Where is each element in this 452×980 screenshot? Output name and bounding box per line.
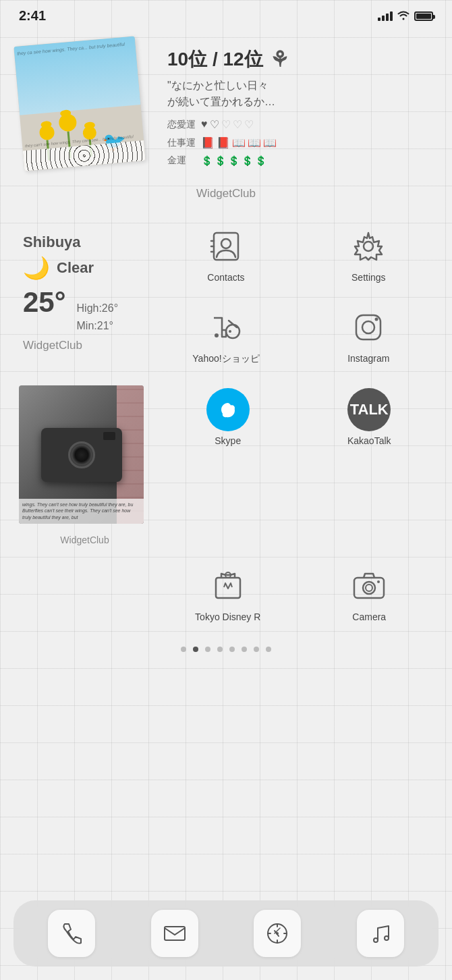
svg-point-11 <box>375 318 378 321</box>
page-dot-1[interactable] <box>181 647 186 652</box>
camera-app[interactable]: Camera <box>299 551 441 630</box>
kakao-text-icon: TALK <box>350 401 389 418</box>
photo-bg: wings. They can't see how truly beautifu… <box>19 385 144 524</box>
weather-condition: Clear <box>57 259 94 277</box>
camera-viewfinder <box>103 432 115 440</box>
skype-icon <box>206 388 250 431</box>
compass-dock-item[interactable] <box>254 910 301 957</box>
svg-rect-14 <box>354 578 384 598</box>
page-dots <box>12 630 440 664</box>
bottom-grid: wings. They can't see how truly beautifu… <box>12 375 440 630</box>
wifi-icon <box>397 9 410 23</box>
svg-point-10 <box>362 321 374 333</box>
mail-icon <box>163 921 187 946</box>
photo-widgetclub-label: WidgetClub <box>60 535 109 545</box>
compass-icon <box>265 921 289 946</box>
signal-bars-icon <box>378 11 393 21</box>
instagram-app[interactable]: Instagram <box>298 292 440 375</box>
svg-point-5 <box>364 242 373 251</box>
kakao-icon: TALK <box>347 388 391 431</box>
weather-widgetclub-label: WidgetClub <box>23 339 144 352</box>
camera-icon <box>347 564 391 607</box>
horoscope-widget[interactable]: they ca see how wings. They ca... but tr… <box>12 29 440 184</box>
tokyo-disney-app[interactable]: Tokyo Disney R <box>157 551 299 630</box>
svg-point-8 <box>229 330 231 333</box>
mail-dock-item[interactable] <box>151 910 198 957</box>
mid-grid: Contacts Settings Shibuya 🌙 Clear 25° <box>12 211 440 375</box>
svg-point-16 <box>366 584 372 591</box>
horoscope-info: 10位 / 12位 ⚘ "なにかと忙しい日々が続いて置かれるか… 恋愛運 ♥ ♡… <box>167 41 433 172</box>
love-fortune-row: 恋愛運 ♥ ♡ ♡ ♡ ♡ <box>167 118 433 131</box>
phone-dock-item[interactable] <box>48 910 95 957</box>
music-dock-item[interactable] <box>357 910 404 957</box>
weather-condition-row: 🌙 Clear <box>23 255 144 281</box>
svg-point-7 <box>215 333 219 337</box>
disney-label: Tokyo Disney R <box>195 611 260 622</box>
instagram-icon <box>348 307 389 348</box>
settings-app[interactable]: Settings <box>298 211 440 292</box>
camera-label: Camera <box>352 611 386 622</box>
collage-background: they ca see how wings. They ca... but tr… <box>13 36 145 171</box>
yahoo-app[interactable]: Yahoo!ショッピ <box>154 292 297 375</box>
dock <box>13 900 439 967</box>
settings-label: Settings <box>351 272 386 283</box>
love-icons: ♥ ♡ ♡ ♡ ♡ <box>201 118 254 131</box>
aries-symbol: ⚘ <box>270 47 289 72</box>
music-icon <box>368 921 393 946</box>
svg-point-22 <box>385 936 389 940</box>
skype-label: Skype <box>215 435 241 446</box>
kakao-app[interactable]: TALK KakaoTalk <box>299 375 441 551</box>
phone-icon <box>59 921 84 946</box>
svg-rect-18 <box>165 927 185 940</box>
weather-location: Shibuya <box>23 234 144 251</box>
svg-point-6 <box>226 325 239 338</box>
contacts-label: Contacts <box>207 272 244 283</box>
horoscope-rank: 10位 / 12位 ⚘ <box>167 47 433 72</box>
money-icons: 💲 💲 💲 💲 💲 <box>201 155 266 166</box>
page-dot-2[interactable] <box>193 647 198 652</box>
spacer <box>12 551 157 564</box>
instagram-svg-icon <box>352 311 385 344</box>
svg-point-21 <box>374 938 378 942</box>
page-dot-6[interactable] <box>242 647 247 652</box>
disney-icon <box>206 564 250 607</box>
contacts-app[interactable]: Contacts <box>154 211 297 292</box>
page-dot-7[interactable] <box>254 647 259 652</box>
moon-icon: 🌙 <box>23 255 50 281</box>
main-content: they ca see how wings. They ca... but tr… <box>0 29 452 664</box>
status-bar: 2:41 <box>0 0 452 29</box>
horoscope-message: "なにかと忙しい日々が続いて置かれるか… <box>167 78 433 110</box>
contacts-icon <box>206 226 246 267</box>
work-icons: 📕 📕 📖 📖 📖 <box>201 136 277 149</box>
yahoo-svg-icon <box>210 311 242 344</box>
yahoo-icon <box>206 307 246 348</box>
page-dot-8[interactable] <box>266 647 271 652</box>
settings-icon <box>348 226 389 267</box>
widgetclub-top-label: WidgetClub <box>12 187 440 200</box>
status-icons <box>378 9 433 23</box>
svg-point-20 <box>276 932 279 935</box>
skype-app[interactable]: Skype <box>157 375 299 551</box>
svg-point-1 <box>221 239 231 248</box>
page-dot-5[interactable] <box>229 647 235 652</box>
horoscope-image: they ca see how wings. They ca... but tr… <box>19 41 154 176</box>
weather-temp-current: 25° <box>23 286 66 319</box>
photo-collage: wings. They can't see how truly beautifu… <box>19 385 150 530</box>
camera-svg-icon <box>351 568 387 603</box>
svg-point-15 <box>363 582 375 594</box>
camera-lens <box>68 441 95 468</box>
instagram-label: Instagram <box>347 353 389 364</box>
page-dot-4[interactable] <box>217 647 223 652</box>
camera-body <box>41 428 122 482</box>
yahoo-label: Yahoo!ショッピ <box>192 353 259 365</box>
settings-svg-icon <box>352 230 385 263</box>
weather-temp-row: 25° High:26° Min:21° <box>23 286 144 334</box>
battery-icon <box>414 11 433 21</box>
page-dot-3[interactable] <box>205 647 210 652</box>
status-time: 2:41 <box>19 8 46 24</box>
skype-svg-icon <box>216 398 240 422</box>
contacts-svg-icon <box>210 230 242 263</box>
photo-widget[interactable]: wings. They can't see how truly beautifu… <box>12 375 157 551</box>
weather-widget[interactable]: Shibuya 🌙 Clear 25° High:26° Min:21° Wid… <box>12 211 154 375</box>
money-fortune-row: 金運 💲 💲 💲 💲 💲 <box>167 155 433 167</box>
